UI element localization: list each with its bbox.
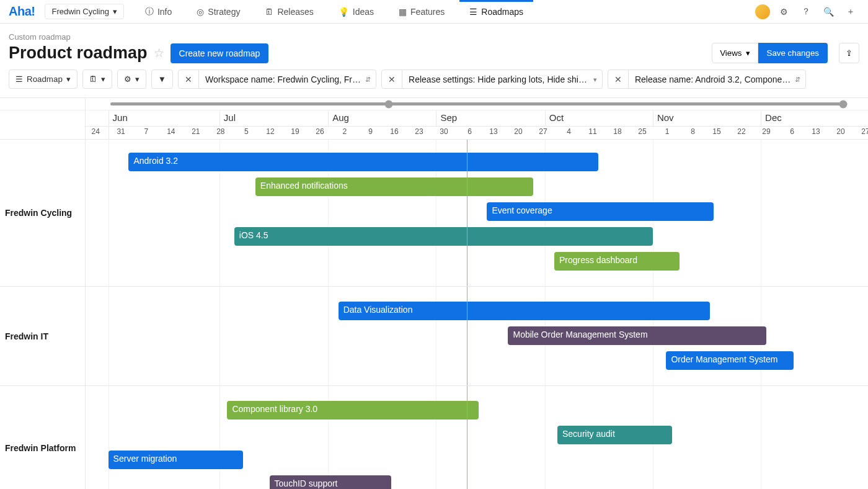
day-label: 6	[458, 127, 482, 139]
caret-down-icon: ▾	[593, 75, 597, 83]
range-slider-row	[0, 98, 868, 110]
group-row: Fredwin PlatformComponent library 3.0Sec…	[0, 386, 868, 489]
avatar[interactable]	[755, 4, 770, 19]
favorite-star-icon[interactable]: ☆	[154, 46, 164, 60]
nav-strategy[interactable]: ◎ Strategy	[187, 0, 250, 23]
day-label: 27	[531, 127, 556, 139]
views-button[interactable]: Views ▾	[712, 43, 758, 63]
share-button[interactable]: ⇪	[839, 43, 859, 63]
filter-label: Workspace name: Fredwin Cycling, Fr…	[205, 74, 361, 84]
filter-icon: ▼	[158, 74, 166, 84]
toolbar: ☰ Roadmap ▾ 🗓 ▾ ⚙ ▾ ▼ ✕ Workspace name: …	[0, 63, 868, 97]
gear-icon: ⚙	[124, 74, 131, 84]
nav-info[interactable]: ⓘ Info	[135, 0, 182, 23]
roadmap-bar[interactable]: TouchID support	[270, 475, 392, 489]
day-label: 20	[828, 127, 853, 139]
roadmap-bar[interactable]: Server migration	[108, 451, 243, 469]
updown-icon: ⇵	[795, 75, 800, 83]
day-label: 24	[86, 127, 108, 139]
caret-down-icon: ▾	[746, 48, 750, 58]
today-line	[467, 386, 467, 489]
day-label: 4	[557, 127, 582, 139]
list-icon: ☰	[16, 74, 23, 84]
day-label: 27	[853, 127, 868, 139]
group-canvas: Component library 3.0Security auditServe…	[86, 386, 868, 489]
nav-features[interactable]: ▦ Features	[389, 0, 454, 23]
day-label: 25	[630, 127, 655, 139]
day-label: 9	[358, 127, 383, 139]
target-icon: ◎	[197, 7, 204, 17]
nav-ideas[interactable]: 💡 Ideas	[329, 0, 384, 23]
month-label: Oct	[545, 110, 567, 126]
filter-label: Release name: Android 3.2, Compone…	[635, 74, 790, 84]
breadcrumb: Custom roadmap	[9, 32, 859, 42]
range-slider[interactable]	[110, 102, 843, 105]
range-handle-end[interactable]	[839, 100, 848, 108]
day-label: 13	[804, 127, 828, 139]
info-icon: ⓘ	[145, 6, 154, 17]
roadmap-bar[interactable]: Component library 3.0	[227, 401, 478, 419]
filter-release-name[interactable]: ✕ Release name: Android 3.2, Compone…⇵	[608, 70, 806, 89]
day-label: 2	[332, 127, 357, 139]
roadmap-bar[interactable]: Android 3.2	[128, 153, 598, 171]
workspace-switcher[interactable]: Fredwin Cycling ▾	[45, 4, 123, 19]
nav-label: Ideas	[353, 7, 374, 17]
day-label: 11	[580, 127, 605, 139]
workspace-name: Fredwin Cycling	[51, 7, 108, 16]
roadmap-bar[interactable]: Security audit	[557, 426, 673, 444]
date-range-button[interactable]: 🗓 ▾	[82, 70, 112, 89]
day-label: 7	[134, 127, 159, 139]
plus-icon[interactable]: ＋	[842, 3, 859, 20]
calendar-icon: 🗓	[89, 74, 97, 84]
day-label: 20	[506, 127, 531, 139]
help-icon[interactable]: ？	[797, 3, 815, 20]
roadmap-layout-button[interactable]: ☰ Roadmap ▾	[9, 70, 78, 89]
day-label: 31	[108, 127, 133, 139]
month-label: Dec	[761, 110, 786, 126]
day-label: 26	[308, 127, 332, 139]
nav-label: Info	[157, 7, 172, 17]
roadmap-bar[interactable]: Event coverage	[487, 202, 714, 221]
filter-button[interactable]: ▼	[151, 70, 173, 89]
roadmap-bar[interactable]: Data Visualization	[339, 302, 710, 320]
day-label: 29	[754, 127, 779, 139]
search-icon[interactable]: 🔍	[820, 3, 837, 20]
roadmap-bar[interactable]: Mobile Order Management System	[508, 326, 766, 345]
remove-filter-icon[interactable]: ✕	[382, 70, 402, 88]
roadmap-bar[interactable]: Enhanced notifications	[255, 177, 533, 196]
gantt-chart: JunJulAugSepOctNovDec 243171421285121926…	[0, 97, 868, 489]
create-roadmap-button[interactable]: Create new roadmap	[170, 43, 269, 63]
day-label: 16	[382, 127, 407, 139]
bulb-icon: 💡	[339, 7, 349, 17]
group-label: Fredwin IT	[0, 287, 86, 385]
group-label: Fredwin Platform	[0, 386, 86, 489]
group-label: Fredwin Cycling	[0, 140, 86, 286]
filter-workspace[interactable]: ✕ Workspace name: Fredwin Cycling, Fr…⇵	[178, 70, 376, 89]
nav-label: Features	[410, 7, 445, 17]
remove-filter-icon[interactable]: ✕	[179, 70, 199, 88]
settings-button[interactable]: ⚙ ▾	[117, 70, 146, 89]
caret-down-icon: ▾	[113, 7, 117, 16]
page-title: Product roadmap	[9, 43, 148, 63]
remove-filter-icon[interactable]: ✕	[608, 70, 629, 88]
filter-release-settings[interactable]: ✕ Release settings: Hide parking lots, H…	[381, 70, 603, 89]
roadmap-bar[interactable]: Progress dashboard	[554, 252, 680, 271]
caret-down-icon: ▾	[66, 74, 71, 84]
nav-releases[interactable]: 🗓 Releases	[255, 0, 323, 23]
range-handle-start[interactable]	[385, 100, 393, 108]
day-label: 30	[432, 127, 456, 139]
month-label: Sep	[436, 110, 461, 126]
app-logo: Aha!	[9, 4, 35, 19]
nav-label: Strategy	[208, 7, 240, 17]
nav-roadmaps[interactable]: ☰ Roadmaps	[459, 0, 533, 23]
roadmap-bar[interactable]: Order Management System	[666, 351, 794, 370]
calendar-icon: 🗓	[265, 7, 273, 17]
gear-icon[interactable]: ⚙	[775, 3, 792, 20]
roadmap-bar[interactable]: iOS 4.5	[234, 227, 653, 246]
group-row: Fredwin CyclingAndroid 3.2Enhanced notif…	[0, 140, 868, 287]
today-line	[467, 140, 467, 286]
day-label: 1	[655, 127, 680, 139]
save-changes-button[interactable]: Save changes	[758, 43, 828, 63]
tb-label: Roadmap	[27, 74, 63, 84]
timeline-header: JunJulAugSepOctNovDec 243171421285121926…	[0, 110, 868, 140]
